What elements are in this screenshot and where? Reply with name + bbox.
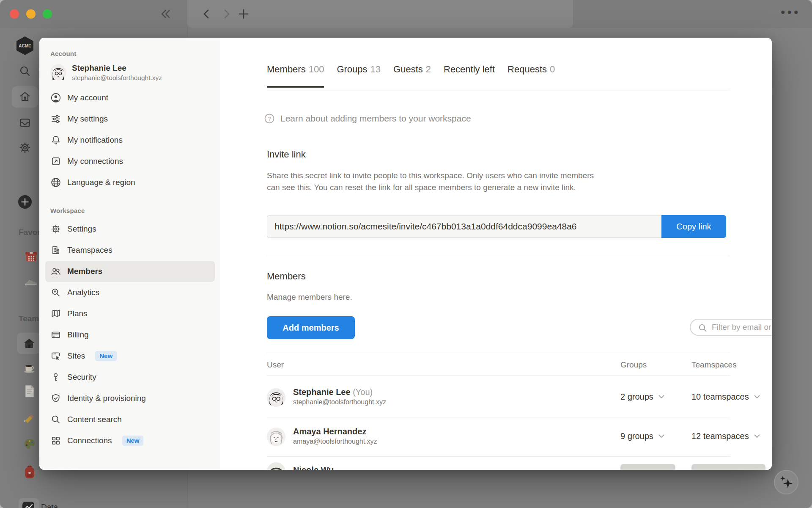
pencil-emoji-icon[interactable]: [23, 414, 36, 427]
forward-icon[interactable]: [220, 8, 233, 20]
sidebar-item-my-connections[interactable]: My connections: [45, 151, 215, 172]
browser-cursor-icon: [50, 351, 61, 362]
person-circle-icon: [50, 92, 61, 103]
svg-text:ACME: ACME: [19, 44, 31, 48]
workspace-section-header: Workspace: [45, 206, 215, 216]
reset-link[interactable]: reset the link: [345, 183, 391, 192]
sidebar-item-analytics[interactable]: Analytics: [45, 282, 215, 303]
groups-dropdown[interactable]: [620, 464, 675, 470]
ai-assistant-button[interactable]: [774, 470, 798, 494]
teamspaces-dropdown[interactable]: 12 teamspaces: [691, 431, 760, 441]
invite-link-title: Invite link: [267, 149, 306, 160]
tab-divider: [267, 91, 730, 91]
tab-requests[interactable]: Requests0: [508, 64, 555, 88]
sidebar-item-teamspaces[interactable]: Teamspaces: [45, 240, 215, 261]
minimize-window-button[interactable]: [26, 9, 36, 19]
settings-sidebar: Account Stephanie Lee stephanie@toolsfor…: [39, 38, 220, 470]
member-filter: [690, 319, 772, 336]
magnifier-plus-icon: [50, 287, 61, 298]
sidebar-item-billing[interactable]: Billing: [45, 324, 215, 345]
sidebar-item-my-notifications[interactable]: My notifications: [45, 130, 215, 151]
plus-icon[interactable]: [18, 195, 32, 209]
copy-link-button[interactable]: Copy link: [661, 215, 726, 238]
grid-icon: [50, 435, 61, 446]
key-icon: [50, 372, 61, 383]
sidebar-item-label: Settings: [67, 224, 96, 234]
settings-modal: Account Stephanie Lee stephanie@toolsfor…: [39, 38, 772, 470]
house-emoji-icon[interactable]: [23, 337, 36, 350]
sidebar-item-label: Content search: [67, 415, 122, 424]
palette-emoji-icon[interactable]: [23, 438, 36, 450]
backpack-emoji-icon[interactable]: [23, 465, 36, 479]
sidebar-item-label: Identity & provisioning: [67, 394, 146, 403]
chevron-down-icon: [754, 434, 760, 438]
sidebar-item-members[interactable]: Members: [45, 261, 215, 282]
sidebar-item-connections[interactable]: Connections New: [45, 430, 215, 451]
invite-url-field[interactable]: https://www.notion.so/acmesite/invite/c4…: [267, 215, 661, 238]
column-header-user[interactable]: User: [267, 360, 284, 370]
tab-members[interactable]: Members100: [267, 64, 324, 88]
column-header-groups[interactable]: Groups: [620, 360, 647, 370]
chevron-down-icon: [754, 395, 760, 399]
member-name: Stephanie Lee (You): [293, 387, 386, 398]
avatar: [50, 64, 66, 80]
phone-emoji-icon[interactable]: [25, 250, 38, 263]
inbox-icon[interactable]: [19, 116, 31, 129]
sidebar-item-data[interactable]: Data: [41, 502, 58, 508]
sidebar-item-label: Plans: [67, 309, 88, 318]
sneaker-emoji-icon[interactable]: [24, 274, 38, 287]
sidebar-item-sites[interactable]: Sites New: [45, 345, 215, 367]
search-icon[interactable]: [19, 65, 31, 77]
sidebar-item-label: Sites: [67, 351, 85, 361]
groups-dropdown[interactable]: 2 groups: [620, 392, 664, 402]
globe-icon: [50, 177, 61, 188]
tab-guests[interactable]: Guests2: [393, 64, 431, 88]
data-chart-icon[interactable]: [22, 501, 35, 508]
sidebar-item-security[interactable]: Security: [45, 367, 215, 388]
tab-recently-left[interactable]: Recently left: [444, 64, 495, 88]
sliders-icon: [50, 113, 61, 124]
members-section-title: Members: [267, 271, 306, 282]
groups-dropdown[interactable]: 9 groups: [620, 431, 664, 441]
tab-groups[interactable]: Groups13: [337, 64, 381, 88]
teamspaces-dropdown[interactable]: [691, 464, 765, 470]
avatar: [267, 428, 285, 446]
column-header-teamspaces[interactable]: Teamspaces: [691, 360, 737, 370]
add-members-button[interactable]: Add members: [267, 316, 355, 339]
sidebar-item-label: Billing: [67, 330, 89, 340]
sidebar-item-label: Connections: [67, 436, 112, 445]
search-icon: [697, 323, 708, 334]
learn-link[interactable]: ? Learn about adding members to your wor…: [264, 113, 471, 124]
people-icon: [50, 266, 61, 277]
sidebar-item-settings[interactable]: Settings: [45, 218, 215, 240]
back-icon[interactable]: [200, 8, 213, 20]
members-settings-pane: Members100 Groups13 Guests2 Recently lef…: [220, 38, 772, 470]
sidebar-item-my-account[interactable]: My account: [45, 87, 215, 108]
row-divider: [267, 417, 730, 417]
sidebar-item-language-region[interactable]: Language & region: [45, 172, 215, 193]
teamspaces-dropdown[interactable]: 10 teamspaces: [691, 392, 760, 402]
magnifier-icon: [50, 414, 61, 425]
collapse-sidebar-icon[interactable]: [159, 8, 172, 20]
more-menu-button[interactable]: •••: [781, 5, 801, 19]
gear-icon[interactable]: [19, 141, 31, 154]
row-divider: [267, 456, 730, 457]
home-icon[interactable]: [19, 90, 31, 103]
new-tab-icon[interactable]: [237, 8, 250, 20]
chevron-down-icon: [658, 434, 664, 438]
sidebar-item-content-search[interactable]: Content search: [45, 409, 215, 430]
filter-input[interactable]: [712, 320, 772, 335]
sidebar-item-plans[interactable]: Plans: [45, 303, 215, 324]
table-header-border: [267, 375, 730, 375]
bell-icon: [50, 135, 61, 146]
profile-row[interactable]: Stephanie Lee stephanie@toolsforthought.…: [45, 59, 215, 87]
close-window-button[interactable]: [10, 9, 19, 19]
zoom-window-button[interactable]: [43, 9, 52, 19]
sidebar-item-my-settings[interactable]: My settings: [45, 108, 215, 130]
page-emoji-icon[interactable]: [24, 384, 36, 398]
sidebar-item-identity-provisioning[interactable]: Identity & provisioning: [45, 388, 215, 409]
acme-logo[interactable]: ACME: [15, 36, 35, 56]
coffee-emoji-icon[interactable]: [23, 361, 36, 373]
member-email: amaya@toolsforthought.xyz: [293, 437, 377, 446]
chevron-down-icon: [658, 395, 664, 399]
